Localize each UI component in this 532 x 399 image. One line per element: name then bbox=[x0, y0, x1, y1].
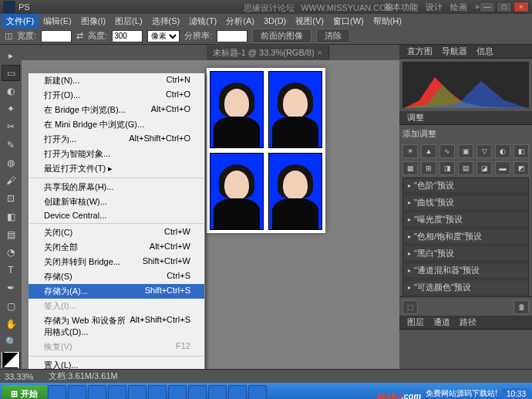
front-image-button[interactable]: 前面的图像 bbox=[252, 29, 311, 43]
menu-item[interactable]: 关闭全部Alt+Ctrl+W bbox=[29, 240, 204, 255]
curves-icon[interactable]: ∿ bbox=[439, 144, 455, 158]
menu-view[interactable]: 视图(V) bbox=[291, 14, 328, 29]
taskbar-item[interactable] bbox=[248, 385, 267, 399]
taskbar-item[interactable] bbox=[148, 385, 167, 399]
menu-item[interactable]: 打开(O)...Ctrl+O bbox=[29, 88, 204, 103]
taskbar-item[interactable] bbox=[168, 385, 187, 399]
menu-item[interactable]: 存储(S)Ctrl+S bbox=[29, 269, 204, 284]
exposure-icon[interactable]: ▣ bbox=[458, 144, 473, 158]
menu-image[interactable]: 图像(I) bbox=[76, 14, 110, 29]
gradient-tool-icon[interactable]: ▤ bbox=[2, 226, 20, 242]
panel-icon[interactable]: ⬚ bbox=[402, 300, 418, 314]
marquee-tool-icon[interactable]: ▭ bbox=[2, 65, 20, 81]
move-tool-icon[interactable]: ▸ bbox=[2, 47, 20, 63]
levels-icon[interactable]: ▲ bbox=[421, 144, 436, 158]
crop-tool-icon[interactable]: ✂ bbox=[2, 119, 20, 135]
preset-item[interactable]: "黑白"预设 bbox=[402, 245, 529, 262]
zoom-tool-icon[interactable]: 🔍 bbox=[2, 334, 20, 350]
gradient-map-icon[interactable]: ▬ bbox=[495, 161, 510, 175]
lasso-tool-icon[interactable]: ◐ bbox=[2, 83, 20, 99]
menu-item[interactable]: 打开为智能对象... bbox=[29, 147, 204, 161]
menu-window[interactable]: 窗口(W) bbox=[328, 14, 369, 29]
blur-tool-icon[interactable]: ◔ bbox=[2, 244, 20, 260]
height-input[interactable] bbox=[112, 30, 143, 42]
pen-tool-icon[interactable]: ✒ bbox=[2, 280, 20, 296]
panel-tabs-top[interactable]: 直方图导航器信息 bbox=[399, 45, 532, 59]
menu-item[interactable]: 在 Bridge 中浏览(B)...Alt+Ctrl+O bbox=[29, 103, 204, 117]
threshold-icon[interactable]: ◪ bbox=[476, 161, 492, 175]
menu-item[interactable]: 恢复(V)F12 bbox=[29, 340, 204, 354]
minimize-button[interactable]: — bbox=[480, 2, 495, 12]
menu-item[interactable]: 存储为(A)...Shift+Ctrl+S bbox=[29, 284, 204, 299]
shape-tool-icon[interactable]: ▢ bbox=[2, 298, 20, 314]
channel-mixer-icon[interactable]: ⊞ bbox=[421, 161, 436, 175]
menu-help[interactable]: 帮助(H) bbox=[369, 14, 406, 29]
taskbar-item[interactable] bbox=[228, 385, 247, 399]
menu-file[interactable]: 文件(F) bbox=[2, 14, 39, 29]
eraser-tool-icon[interactable]: ◧ bbox=[2, 208, 20, 225]
menu-item[interactable]: 签入(I)... bbox=[29, 299, 204, 313]
document-canvas[interactable] bbox=[207, 68, 325, 233]
menu-analysis[interactable]: 分析(A) bbox=[221, 14, 259, 29]
close-button[interactable]: × bbox=[513, 2, 529, 12]
menu-select[interactable]: 选择(S) bbox=[147, 14, 185, 29]
menu-item[interactable]: 新建(N)...Ctrl+N bbox=[29, 73, 204, 88]
preset-item[interactable]: "可选颜色"预设 bbox=[402, 279, 529, 296]
clear-button[interactable]: 清除 bbox=[316, 29, 350, 43]
wand-tool-icon[interactable]: ✦ bbox=[2, 101, 20, 117]
resolution-input[interactable] bbox=[217, 30, 247, 42]
workspace-modes[interactable]: 基本功能 设计 绘画 » bbox=[384, 2, 480, 13]
taskbar-item[interactable] bbox=[88, 385, 106, 399]
start-button[interactable]: ⊞开始 bbox=[2, 385, 47, 400]
menu-item[interactable]: 在 Mini Bridge 中浏览(G)... bbox=[29, 117, 204, 132]
heal-tool-icon[interactable]: ◍ bbox=[2, 154, 20, 171]
bw-icon[interactable]: ◧ bbox=[513, 144, 529, 158]
hue-icon[interactable]: ◐ bbox=[495, 144, 510, 158]
panel-tabs-bottom[interactable]: 图层通道路径 bbox=[399, 316, 532, 330]
selective-icon[interactable]: ◩ bbox=[513, 161, 529, 175]
menu-item[interactable]: 关闭(C)Ctrl+W bbox=[29, 225, 204, 240]
text-tool-icon[interactable]: T bbox=[2, 262, 20, 279]
color-swatch-icon[interactable] bbox=[2, 352, 20, 368]
menu-filter[interactable]: 滤镜(T) bbox=[184, 14, 221, 29]
preset-item[interactable]: "色相/饱和度"预设 bbox=[402, 228, 529, 245]
adjustments-tab[interactable]: 调整 bbox=[399, 111, 532, 125]
stamp-tool-icon[interactable]: ⊡ bbox=[2, 191, 20, 207]
trash-icon[interactable]: 🗑 bbox=[513, 300, 529, 314]
menu-item[interactable]: 打开为...Alt+Shift+Ctrl+O bbox=[29, 132, 204, 147]
menu-item[interactable]: Device Central... bbox=[29, 209, 204, 221]
taskbar-item[interactable] bbox=[208, 385, 227, 399]
photo-filter-icon[interactable]: ▦ bbox=[402, 161, 418, 175]
invert-icon[interactable]: ◨ bbox=[439, 161, 455, 175]
menu-item[interactable]: 关闭并转到 Bridge...Shift+Ctrl+W bbox=[29, 255, 204, 269]
menu-item[interactable]: 最近打开文件(T) ▸ bbox=[29, 161, 204, 176]
maximize-button[interactable]: □ bbox=[497, 2, 512, 12]
menu-3d[interactable]: 3D(D) bbox=[259, 15, 291, 27]
hand-tool-icon[interactable]: ✋ bbox=[2, 316, 20, 332]
taskbar-item[interactable] bbox=[108, 385, 126, 399]
width-input[interactable] bbox=[41, 30, 72, 42]
menu-bar[interactable]: 文件(F) 编辑(E) 图像(I) 图层(L) 选择(S) 滤镜(T) 分析(A… bbox=[0, 14, 532, 28]
taskbar-item[interactable] bbox=[188, 385, 207, 399]
preset-item[interactable]: "色阶"预设 bbox=[402, 178, 529, 194]
preset-item[interactable]: "曲线"预设 bbox=[402, 194, 529, 211]
menu-item[interactable]: 置入(L)... bbox=[29, 358, 204, 369]
unit-select[interactable]: 像素 bbox=[147, 30, 180, 42]
brush-tool-icon[interactable]: 🖌 bbox=[2, 173, 20, 189]
preset-item[interactable]: "通道混和器"预设 bbox=[402, 262, 529, 279]
taskbar-item[interactable] bbox=[48, 385, 66, 399]
menu-edit[interactable]: 编辑(E) bbox=[39, 14, 76, 29]
vibrance-icon[interactable]: ▽ bbox=[476, 144, 492, 158]
menu-item[interactable]: 创建新审核(W)... bbox=[29, 194, 204, 209]
taskbar-item[interactable] bbox=[128, 385, 146, 399]
eyedropper-tool-icon[interactable]: ✎ bbox=[2, 137, 20, 153]
menu-item[interactable]: 共享我的屏幕(H)... bbox=[29, 180, 204, 194]
menu-layer[interactable]: 图层(L) bbox=[110, 14, 146, 29]
document-tab[interactable]: 未标题-1 @ 33.3%(RGB/8)× bbox=[207, 46, 329, 60]
preset-item[interactable]: "曝光度"预设 bbox=[402, 211, 529, 228]
posterize-icon[interactable]: ▤ bbox=[458, 161, 473, 175]
menu-item[interactable]: 存储为 Web 和设备所用格式(D)...Alt+Shift+Ctrl+S bbox=[29, 313, 204, 340]
brightness-icon[interactable]: ☀ bbox=[402, 144, 418, 158]
taskbar-item[interactable] bbox=[68, 385, 86, 399]
close-tab-icon[interactable]: × bbox=[318, 48, 322, 57]
